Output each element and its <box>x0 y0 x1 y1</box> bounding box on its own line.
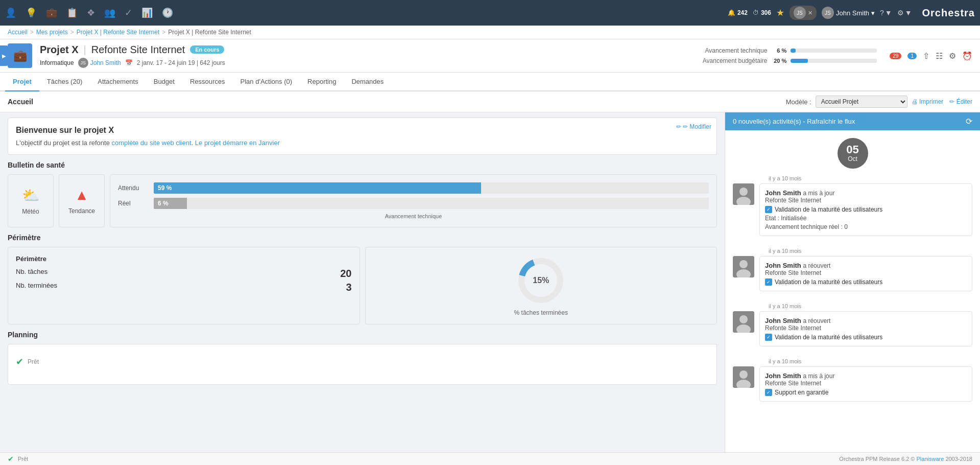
chart-nav-icon[interactable]: 📊 <box>141 7 153 18</box>
gear-chevron-icon: ▼ <box>905 9 912 17</box>
status-green-icon: ✔ <box>8 455 14 463</box>
tab-ressources[interactable]: Ressources <box>182 73 233 91</box>
clipboard-nav-icon[interactable]: 📋 <box>66 7 78 18</box>
bienvenue-highlight2: Le projet démarre en Janvier <box>195 139 280 147</box>
share-icon[interactable]: ⇧ <box>923 51 929 61</box>
bottom-bar: ✔ Prêt Orchestra PPM Release 6.2 © Plani… <box>0 452 980 465</box>
settings-button[interactable]: ⚙ ▼ <box>897 9 912 17</box>
activity-item-3: John Smith a réouvert Refonte Site Inter… <box>733 311 972 346</box>
tab-taches[interactable]: Tâches (20) <box>39 73 90 91</box>
donut-box: 15% % tâches terminées <box>365 247 718 324</box>
project-title-sep: | <box>84 44 86 56</box>
left-panel: ✏ ✏ Modifier Bienvenue sur le projet X L… <box>0 112 725 465</box>
table-icon[interactable]: ☷ <box>936 51 943 61</box>
attendu-bar: 59 % <box>154 182 709 194</box>
activity-time-4: il y a 10 mois <box>733 354 972 366</box>
svg-point-3 <box>739 188 748 196</box>
perimetre-table: Nb. tâches 20 Nb. terminées 3 <box>16 268 352 293</box>
project-dates: 2 janv. 17 - 24 juin 19 | 642 jours <box>137 59 225 66</box>
breadcrumb-projet-x-refonte[interactable]: Projet X | Refonte Site Internet <box>77 29 160 36</box>
help-button[interactable]: ? ▼ <box>880 9 892 17</box>
accueil-title: Accueil <box>8 98 33 106</box>
avancement-technique-bar <box>791 49 877 53</box>
task-name-1: Validation de la maturité des utilisateu… <box>775 206 882 213</box>
avancement-technique-label: Avancement technique <box>683 47 767 54</box>
checkbox-3: ✓ <box>765 334 772 341</box>
activity-avatar-2 <box>733 256 754 277</box>
tendance-box: ▲ Tendance <box>59 174 105 227</box>
avancement-budgetaire-fill <box>791 59 808 63</box>
user-menu-button[interactable]: JS John Smith ▾ <box>822 7 875 19</box>
activity-avatar-1 <box>733 183 754 205</box>
people-nav-icon[interactable]: 👥 <box>104 7 115 18</box>
pill-x-icon[interactable]: ✕ <box>808 10 812 16</box>
edit-button[interactable]: ✏ Éditer <box>949 98 972 105</box>
clock-nav-icon[interactable]: 🕐 <box>162 7 173 18</box>
perimetre-title: Périmètre <box>8 234 717 242</box>
bienvenue-text-part2: . <box>192 139 195 147</box>
project-manager-link[interactable]: JS John Smith <box>78 58 121 68</box>
help-chevron-icon: ▼ <box>885 9 892 17</box>
lightbulb-nav-icon[interactable]: 💡 <box>26 7 37 18</box>
model-select[interactable]: Accueil Projet <box>816 96 907 108</box>
date-badge-container: 05 Oct <box>725 130 980 171</box>
checkbox-2: ✓ <box>765 278 772 286</box>
donut-container: 15% <box>515 255 566 306</box>
bienvenue-edit-button[interactable]: ✏ ✏ Modifier <box>676 123 711 130</box>
bell-notification[interactable]: 🔔 242 <box>728 9 748 16</box>
tab-projet[interactable]: Projet <box>5 73 39 91</box>
task-name-4: Support en garantie <box>775 389 828 396</box>
planning-status-label: Prêt <box>28 358 39 365</box>
clock-notification[interactable]: ⏱ 306 <box>753 9 771 16</box>
breadcrumb-mes-projets[interactable]: Mes projets <box>36 29 68 36</box>
sidebar-toggle[interactable]: ▶ <box>0 45 8 66</box>
action-links: 🖨 Imprimer ✏ Éditer <box>912 98 972 105</box>
avancement-label: Avancement technique <box>118 213 709 219</box>
star-icon[interactable]: ★ <box>776 7 784 18</box>
user-pill-active[interactable]: JS ✕ <box>790 6 817 20</box>
clock-project-icon[interactable]: ⏰ <box>962 51 972 61</box>
clock-notif-icon: ⏱ <box>753 9 759 16</box>
breadcrumb-accueil[interactable]: Accueil <box>8 29 28 36</box>
project-name: Refonte Site Internet <box>91 44 185 56</box>
user-name-label: John Smith <box>836 9 869 17</box>
briefcase-nav-icon[interactable]: 💼 <box>46 7 57 18</box>
tab-reporting[interactable]: Reporting <box>300 73 344 91</box>
breadcrumb-current: Projet X | Refonte Site Internet <box>168 29 251 36</box>
reel-row: Réel 6 % <box>118 198 709 209</box>
clock-count: 306 <box>761 9 771 16</box>
tab-attachements[interactable]: Attachements <box>90 73 146 91</box>
tab-demandes[interactable]: Demandes <box>344 73 391 91</box>
bulletin-title: Bulletin de santé <box>8 161 717 169</box>
print-button[interactable]: 🖨 Imprimer <box>912 98 944 105</box>
avatar-small: JS <box>794 7 806 19</box>
planning-status-icon: ✔ <box>16 356 23 367</box>
notif-count-badge[interactable]: 29 <box>890 53 901 59</box>
refresh-icon[interactable]: ⟳ <box>966 117 972 126</box>
donut-label: % tâches terminées <box>514 309 568 316</box>
task-name-3: Validation de la maturité des utilisateu… <box>775 334 882 341</box>
attendu-label: Attendu <box>118 184 149 192</box>
settings-project-icon[interactable]: ⚙ <box>949 51 956 61</box>
user-avatar: JS <box>822 7 834 19</box>
meteo-box: ⛅ Météo <box>8 174 54 227</box>
bell-count: 242 <box>737 9 748 16</box>
breadcrumb-sep-3: > <box>162 29 165 36</box>
bulletin-section: Bulletin de santé ⛅ Météo ▲ Tendance Att… <box>8 161 717 227</box>
activity-time-2: il y a 10 mois <box>733 244 972 256</box>
planning-section: Planning ✔ Prêt <box>8 331 717 385</box>
tab-plan-actions[interactable]: Plan d'Actions (0) <box>233 73 300 91</box>
task-ref-4: ✓ Support en garantie <box>765 389 967 396</box>
chat-count-badge[interactable]: 1 <box>907 53 917 59</box>
check-nav-icon[interactable]: ✓ <box>125 7 132 18</box>
planisware-link[interactable]: Planisware <box>917 456 944 462</box>
bienvenue-card: ✏ ✏ Modifier Bienvenue sur le projet X L… <box>8 118 717 155</box>
person-nav-icon[interactable]: 👤 <box>5 7 16 18</box>
bienvenue-highlight1: complète du site web client <box>111 139 191 147</box>
svg-point-9 <box>739 315 748 323</box>
tab-budget[interactable]: Budget <box>146 73 182 91</box>
planning-card: ✔ Prêt <box>8 344 717 385</box>
nb-terminees-label: Nb. terminées <box>16 282 57 293</box>
activity-header-text: 0 nouvelle(s) activité(s) - Rafraîchir l… <box>733 118 855 125</box>
hierarchy-nav-icon[interactable]: ❖ <box>87 7 95 18</box>
